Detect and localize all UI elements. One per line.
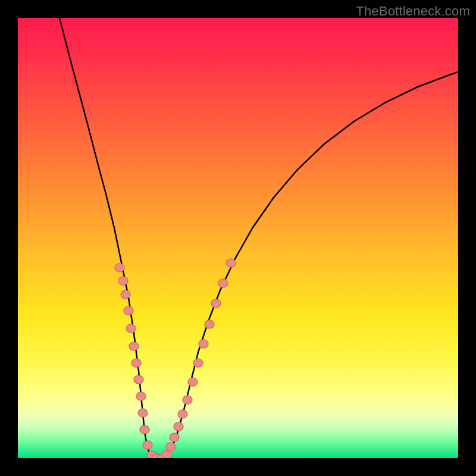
data-markers [115,259,236,458]
data-point-marker [124,306,133,315]
data-point-marker [138,409,148,417]
data-point-marker [174,422,183,431]
data-point-marker [131,359,141,367]
data-point-marker [134,375,143,384]
data-point-marker [162,450,171,458]
data-point-marker [205,320,214,328]
data-point-marker [199,340,208,348]
data-point-marker [121,290,130,299]
data-point-marker [115,264,124,272]
data-point-marker [143,441,152,449]
data-point-marker [188,378,198,386]
data-point-marker [136,392,146,400]
data-point-marker [126,324,136,333]
data-point-marker [183,396,192,404]
data-point-marker [211,299,221,308]
data-point-marker [226,259,236,267]
data-point-marker [129,342,139,350]
data-point-marker [166,443,176,451]
chart-stage: TheBottleneck.com [0,0,476,476]
data-point-marker [140,425,149,434]
data-point-marker [170,433,179,441]
watermark-text: TheBottleneck.com [356,4,470,19]
data-point-marker [193,359,203,367]
data-point-marker [218,279,228,287]
plot-area [18,18,458,458]
bottleneck-curve-right [158,72,458,458]
data-point-marker [118,277,128,285]
bottleneck-curve-left [60,18,158,458]
data-point-marker [178,410,187,418]
curve-layer [18,18,458,458]
